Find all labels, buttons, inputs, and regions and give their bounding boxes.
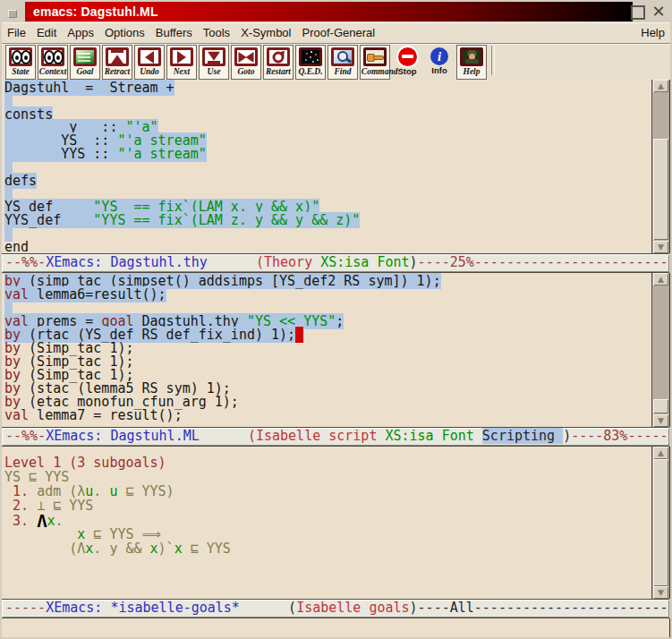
arrow-down-bar-icon xyxy=(202,47,225,62)
text-segment: )` xyxy=(158,541,174,557)
buffer-text-dagstuhl-ml[interactable]: by (simp_tac (simpset() addsimps [YS_def… xyxy=(2,273,651,427)
maximize-button[interactable] xyxy=(631,5,645,20)
menu-buffers[interactable]: Buffers xyxy=(150,22,198,39)
toolbar-button-stop[interactable]: Stop xyxy=(392,45,422,80)
menu-x-symbol[interactable]: X-Symbol xyxy=(235,22,296,39)
toolbar-separator xyxy=(491,46,495,75)
text-segment: ----25%------------------------------ xyxy=(418,254,669,270)
toolbar-button-qed[interactable]: Q.E.D. xyxy=(295,45,326,80)
text-segment: . xyxy=(93,483,109,499)
buffer-line: x ⊑ YYS ⟹ xyxy=(4,527,651,541)
buffer-window-dagstuhl-thy[interactable]: Dagstuhl = Stream + consts y :: "'a" YS … xyxy=(2,80,670,253)
toolbar-button-label: Command xyxy=(362,67,388,76)
text-segment xyxy=(200,428,248,444)
scroll-up-icon[interactable]: ▲ xyxy=(653,447,668,459)
scrollbar-thumb[interactable] xyxy=(653,139,668,240)
magnifier-icon xyxy=(331,47,354,62)
buffer-text-dagstuhl-thy[interactable]: Dagstuhl = Stream + consts y :: "'a" YS … xyxy=(2,80,651,253)
text-segment: ) xyxy=(563,428,571,444)
scrollbar-isabelle-goals[interactable]: ▲ ▼ xyxy=(651,447,669,599)
buffer-window-dagstuhl-ml[interactable]: by (simp_tac (simpset() addsimps [YS_def… xyxy=(2,273,670,427)
scrollbar-thumb[interactable] xyxy=(653,399,668,413)
text-segment: XEmacs: Dagstuhl.ML xyxy=(46,428,200,444)
toolbar-button-state[interactable]: State xyxy=(5,45,36,80)
toolbar-button-find[interactable]: Find xyxy=(327,45,358,80)
text-segment: (Isabelle script xyxy=(248,428,378,444)
text-segment: XS:isa Font xyxy=(320,254,409,270)
xemacs-frame: emacs: Dagstuhl.ML ✕ FileEditAppsOptions… xyxy=(0,0,672,639)
text-segment: XEmacs: Dagstuhl.thy xyxy=(46,254,208,270)
menubar: FileEditAppsOptionsBuffersToolsX-SymbolP… xyxy=(2,22,670,44)
buffer-line: Level 1 (3 subgoals) xyxy=(4,456,651,470)
text-segment: "YYS == fix`(LAM z. y && y && z)" xyxy=(93,212,360,228)
info-icon: i xyxy=(430,47,448,62)
text-segment: (Theory xyxy=(256,254,312,270)
text-segment: x xyxy=(174,541,183,557)
menu-proof-general[interactable]: Proof-General xyxy=(296,22,380,39)
text-segment xyxy=(474,428,482,444)
toolbar-button-use[interactable]: Use xyxy=(199,45,229,80)
toolbar-button-next[interactable]: Next xyxy=(166,45,197,80)
scroll-up-icon[interactable]: ▲ xyxy=(653,80,668,92)
text-segment: ; xyxy=(336,313,344,329)
text-segment: lemma7 = result(); xyxy=(29,407,183,423)
buffer-line: 1. adm (λu. u ⊑ YYS) xyxy=(4,484,651,498)
scroll-down-icon[interactable]: ▼ xyxy=(653,414,668,427)
buffer-line xyxy=(4,227,651,241)
scroll-up-icon[interactable]: ▲ xyxy=(653,273,668,285)
toolbar-button-command[interactable]: Command xyxy=(360,45,390,80)
menubar-items: FileEditAppsOptionsBuffersToolsX-SymbolP… xyxy=(2,24,380,39)
buffer-line: Dagstuhl = Stream + xyxy=(4,81,651,95)
scroll-down-icon[interactable]: ▼ xyxy=(653,586,668,599)
window-menu-button[interactable] xyxy=(8,10,17,18)
menu-help[interactable]: Help xyxy=(641,26,665,39)
text-segment: --%%- xyxy=(5,428,46,444)
text-segment: ⊑ YYS) xyxy=(117,483,174,499)
text-segment: ----- xyxy=(5,600,46,616)
eyes-icon xyxy=(9,47,32,62)
close-button[interactable]: ✕ xyxy=(651,3,667,21)
scrollbar-dagstuhl-thy[interactable]: ▲ ▼ xyxy=(651,80,669,253)
toolbar: StateContextGoalRetractUndoNextUseGotoRe… xyxy=(2,44,670,81)
toolbar-button-info[interactable]: iInfo xyxy=(424,45,455,80)
scrollbar-thumb[interactable] xyxy=(653,459,668,586)
no-entry-icon xyxy=(398,47,417,62)
text-segment xyxy=(208,254,256,270)
portrait-icon xyxy=(460,47,483,62)
buffer-line: YYS_def "YYS == fix`(LAM z. y && y && z)… xyxy=(4,214,651,227)
modeline-isabelle-goals[interactable]: -----XEmacs: *isabelle-goals* (Isabelle … xyxy=(2,599,669,618)
modeline-dagstuhl-ml[interactable]: --%%-XEmacs: Dagstuhl.ML (Isabelle scrip… xyxy=(2,427,669,447)
toolbar-button-retract[interactable]: Retract xyxy=(102,45,132,80)
toolbar-button-label: State xyxy=(7,67,34,76)
toolbar-button-goto[interactable]: Goto xyxy=(231,45,261,80)
menu-tools[interactable]: Tools xyxy=(198,22,235,39)
menu-file[interactable]: File xyxy=(2,22,31,39)
text-segment: "'a stream" xyxy=(117,146,206,162)
toolbar-button-goal[interactable]: Goal xyxy=(70,45,100,80)
toolbar-button-restart[interactable]: Restart xyxy=(263,45,293,80)
buffer-line: end xyxy=(4,241,651,253)
text-segment: YYS :: xyxy=(4,146,117,162)
toolbar-button-label: Undo xyxy=(136,67,163,76)
menu-edit[interactable]: Edit xyxy=(31,22,62,39)
menu-options[interactable]: Options xyxy=(99,22,150,39)
text-cursor xyxy=(295,327,303,343)
restart-circle-icon xyxy=(267,47,290,62)
buffer-line: (Λx. y && x)`x ⊑ YYS xyxy=(4,541,651,556)
menu-apps[interactable]: Apps xyxy=(62,22,99,39)
buffer-window-isabelle-goals[interactable]: Level 1 (3 subgoals)YS ⊑ YYS 1. adm (λu.… xyxy=(2,447,670,599)
buffer-line: 2. ⊥ ⊑ YYS xyxy=(4,498,651,513)
text-segment: x xyxy=(150,541,158,557)
scrollbar-dagstuhl-ml[interactable]: ▲ ▼ xyxy=(651,273,669,427)
toolbar-button-context[interactable]: Context xyxy=(38,45,68,80)
modeline-dagstuhl-thy[interactable]: --%%-XEmacs: Dagstuhl.thy (Theory XS:isa… xyxy=(2,253,669,273)
toolbar-button-undo[interactable]: Undo xyxy=(134,45,165,80)
buffer-text-isabelle-goals[interactable]: Level 1 (3 subgoals)YS ⊑ YYS 1. adm (λu.… xyxy=(2,447,651,599)
toolbar-button-label: Next xyxy=(168,67,195,76)
toolbar-button-label: Help xyxy=(458,67,485,76)
buffer-line: defs xyxy=(4,175,651,188)
arrow-up-bar-icon xyxy=(106,47,129,62)
toolbar-button-help[interactable]: Help xyxy=(456,45,487,80)
minibuffer[interactable] xyxy=(2,618,670,637)
scroll-down-icon[interactable]: ▼ xyxy=(653,241,668,253)
